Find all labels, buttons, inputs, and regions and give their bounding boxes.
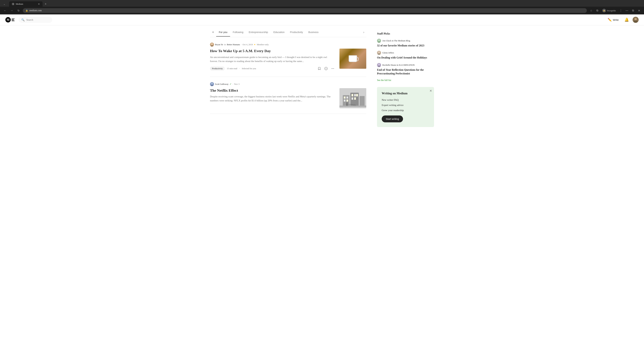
bell-icon: 🔔 (624, 17, 629, 22)
pick-author-1[interactable]: Jon Gluck in The Medium Blog (382, 39, 410, 42)
more-options-button[interactable] (330, 66, 336, 71)
logo-bar-3 (12, 21, 14, 21)
tab-business[interactable]: Business (306, 29, 321, 36)
active-tab[interactable]: M Medium ✕ (9, 1, 42, 7)
verified-icon: ✓ (230, 83, 232, 85)
topic-next-button[interactable]: › (361, 29, 366, 37)
writing-card-close-button[interactable]: ✕ (430, 89, 432, 93)
article-body: How To Wake Up at 5 A.M. Every Day An un… (210, 49, 366, 71)
new-writer-faq-link[interactable]: New writer FAQ (382, 98, 429, 101)
article-author-2[interactable]: Scott Galloway (215, 83, 228, 85)
bookmark-icon (318, 67, 321, 70)
write-label: Write (613, 18, 619, 21)
url-text: medium.com (29, 9, 42, 12)
svg-rect-20 (344, 96, 346, 98)
pick-title-3[interactable]: End-of-Year Reflection Questions for the… (377, 68, 434, 76)
more-button[interactable]: ⋮ (618, 8, 623, 13)
svg-rect-27 (352, 97, 353, 100)
article-excerpt: An unconventional and compassionate guid… (210, 55, 336, 63)
grow-readership-link[interactable]: Grow your readership (382, 109, 429, 112)
svg-rect-26 (356, 94, 358, 96)
forward-button[interactable]: → (10, 8, 14, 13)
article-title-2[interactable]: The Netflix Effect (210, 88, 336, 93)
address-input[interactable]: 🔒 medium.com (23, 8, 587, 13)
avatar[interactable] (632, 17, 639, 23)
add-topic-button[interactable]: + (210, 29, 216, 37)
tab-close-button[interactable]: ✕ (38, 3, 40, 5)
window-controls: ⌄ (2, 2, 7, 6)
save-button[interactable] (317, 66, 322, 71)
logo-m-letter: M (7, 18, 10, 21)
writing-card-title: Writing on Medium (382, 92, 429, 95)
author-in: in (224, 43, 226, 46)
article-publication[interactable]: Better Humans (227, 43, 240, 46)
svg-point-12 (334, 68, 334, 69)
meta-dot-2: · (232, 83, 233, 85)
extensions-button[interactable]: ⧉ (595, 8, 600, 13)
notification-button[interactable]: 🔔 (623, 16, 630, 23)
article-author[interactable]: Bryan Ye (215, 43, 223, 46)
pick-author-line-3: Rochelle Deans in ILLUMINATION (377, 63, 434, 67)
staff-pick-item-1: Jon Gluck in The Medium Blog 32 of our f… (377, 39, 434, 47)
tabs-btn[interactable]: ⌄ (2, 2, 7, 6)
lock-icon: 🔒 (26, 9, 28, 12)
incognito-button[interactable]: 🕵 Incognito (601, 8, 617, 13)
svg-rect-21 (346, 96, 348, 98)
medium-logo[interactable]: M (5, 17, 14, 22)
tab-productivity[interactable]: Productivity (287, 29, 306, 36)
refresh-button[interactable]: ↻ (16, 8, 21, 13)
write-button[interactable]: ✏️ Write (606, 16, 621, 23)
avatar-image (632, 17, 639, 23)
window-close[interactable]: ✕ (636, 8, 641, 13)
member-text: Member-only (257, 43, 269, 46)
pick-author-3[interactable]: Rochelle Deans in ILLUMINATION (382, 64, 414, 66)
window-restore[interactable]: ⧉ (630, 8, 635, 13)
svg-point-3 (634, 18, 637, 20)
article-date: Oct 4, 2019 (242, 43, 253, 46)
pick-author-line-2: Glenn Jeffers (377, 51, 434, 55)
expert-writing-link[interactable]: Expert writing advice (382, 104, 429, 107)
article-meta-2: Scott Galloway ✓ · Nov 3 (210, 82, 366, 86)
bookmark-button[interactable]: ☆ (589, 8, 594, 13)
svg-point-39 (378, 64, 380, 65)
staff-picks-section: Staff Picks Jon Gluck in The Medium Blog… (377, 32, 434, 82)
tab-education[interactable]: Education (271, 29, 287, 36)
article-thumbnail-2[interactable] (340, 88, 366, 108)
new-tab-button[interactable]: + (43, 2, 48, 6)
see-full-list-link[interactable]: See the full list (377, 79, 434, 82)
svg-rect-22 (344, 99, 346, 102)
meta-dot: · (241, 43, 242, 46)
selected-badge: Selected for you (242, 67, 256, 70)
svg-point-6 (211, 43, 213, 45)
window-minimize[interactable]: — (624, 8, 629, 13)
incognito-icon: 🕵 (602, 9, 606, 12)
start-writing-button[interactable]: Start writing (382, 115, 403, 122)
pick-avatar-1 (377, 39, 381, 43)
site-header: M 🔍 Search ✏️ Write 🔔 (0, 14, 644, 25)
pick-title-1[interactable]: 32 of our favorite Medium stories of 202… (377, 44, 434, 47)
back-button[interactable]: ← (3, 8, 8, 13)
svg-rect-29 (340, 106, 366, 107)
article-thumbnail[interactable] (340, 49, 366, 69)
sidebar: Staff Picks Jon Gluck in The Medium Blog… (377, 25, 434, 127)
search-icon: 🔍 (21, 18, 25, 21)
article-footer: Productivity 15 min read · Selected for … (210, 66, 336, 71)
hide-button[interactable] (323, 66, 329, 71)
article-body-2: The Netflix Effect Despite receiving sca… (210, 88, 366, 108)
feed-section: + For you Following Entrepreneurship Edu… (210, 25, 366, 127)
tab-entrepreneurship[interactable]: Entrepreneurship (246, 29, 271, 36)
pick-title-2[interactable]: On Dealing with Grief Around the Holiday… (377, 56, 434, 59)
article-tag[interactable]: Productivity (210, 66, 225, 70)
search-box[interactable]: 🔍 Search (18, 17, 52, 23)
pick-author-2[interactable]: Glenn Jeffers (382, 51, 394, 54)
article-card-2: Scott Galloway ✓ · Nov 3 The Netflix Eff… (210, 77, 366, 114)
article-title[interactable]: How To Wake Up at 5 A.M. Every Day (210, 49, 336, 53)
read-time: 15 min read (227, 67, 237, 70)
coffee-image (340, 49, 366, 69)
tab-following[interactable]: Following (230, 29, 246, 36)
tab-for-you[interactable]: For you (216, 29, 230, 36)
article-actions (317, 66, 336, 71)
article-text: How To Wake Up at 5 A.M. Every Day An un… (210, 49, 336, 71)
main-container: + For you Following Entrepreneurship Edu… (204, 25, 440, 127)
author-avatar (210, 42, 214, 46)
